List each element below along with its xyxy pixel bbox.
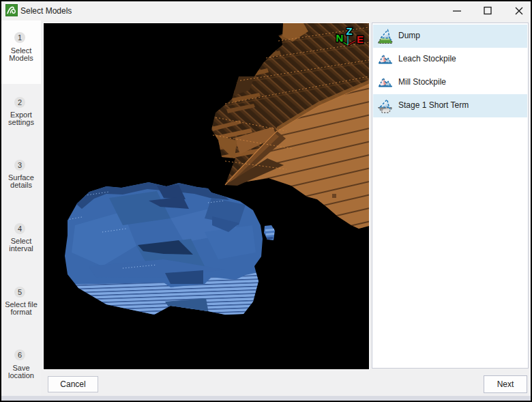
svg-text:E: E [357, 33, 364, 45]
svg-text:Z: Z [346, 25, 352, 37]
svg-text:N: N [336, 32, 344, 44]
